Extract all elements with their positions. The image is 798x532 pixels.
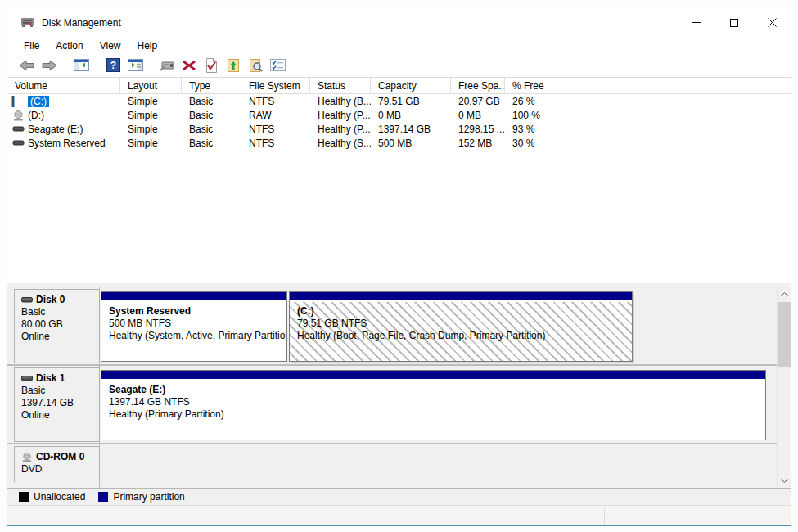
column-header-free-space[interactable]: Free Spa... <box>451 78 505 93</box>
partition-title: System Reserved <box>109 305 279 318</box>
menu-view[interactable]: View <box>92 38 129 53</box>
maximize-button[interactable] <box>715 7 753 38</box>
back-button[interactable] <box>17 56 37 75</box>
volume-status: Healthy (P... <box>310 124 371 135</box>
volume-layout: Simple <box>120 138 182 149</box>
column-header-layout[interactable]: Layout <box>120 78 182 93</box>
legend-primary-partition-label: Primary partition <box>113 491 184 503</box>
column-header-filler <box>575 78 791 93</box>
scroll-up-button[interactable] <box>778 287 791 301</box>
volume-pct-free: 26 % <box>505 96 575 107</box>
scrollbar-thumb[interactable] <box>778 302 791 367</box>
disk-name: Disk 0 <box>36 294 65 306</box>
window-title: Disk Management <box>42 17 121 29</box>
volume-name[interactable]: (C:) <box>28 96 49 107</box>
partition-title: (C:) <box>297 305 624 318</box>
show-console-tree-button[interactable] <box>71 56 91 75</box>
volume-layout: Simple <box>120 96 182 107</box>
open-button[interactable] <box>223 56 243 75</box>
screenshot: Disk Management File Action View Help <box>0 0 798 532</box>
folder-magnifier-icon <box>249 58 263 73</box>
status-bar <box>7 505 791 525</box>
disk-management-window: Disk Management File Action View Help <box>7 7 791 526</box>
forward-button[interactable] <box>39 56 59 75</box>
hard-disk-icon <box>12 138 25 148</box>
volume-row-system-reserved[interactable]: System Reserved Simple Basic NTFS Health… <box>7 136 791 150</box>
primary-partition-swatch <box>98 492 108 502</box>
partition-size: 500 MB NTFS <box>109 318 279 330</box>
legend-unallocated-label: Unallocated <box>34 491 85 503</box>
disk0-row: Disk 0 Basic 80.00 GB Online System Rese… <box>7 287 791 366</box>
svg-text:?: ? <box>110 60 115 71</box>
disk-status: Online <box>21 331 99 343</box>
delete-volume-button[interactable] <box>179 56 199 75</box>
volume-layout: Simple <box>120 124 182 135</box>
chevron-down-icon <box>781 479 788 483</box>
cdrom0-label[interactable]: CD-ROM 0 DVD <box>14 446 100 482</box>
cdrom0-row: CD-ROM 0 DVD <box>7 444 791 484</box>
column-header-type[interactable]: Type <box>182 78 241 93</box>
hard-disk-icon <box>21 375 33 382</box>
disk-device-icon <box>159 59 175 72</box>
back-arrow-icon <box>19 60 35 71</box>
scroll-down-button[interactable] <box>778 474 791 488</box>
menu-action[interactable]: Action <box>47 38 91 53</box>
volume-row-d[interactable]: (D:) Simple Basic RAW Healthy (P... 0 MB… <box>7 108 791 122</box>
disk0-label[interactable]: Disk 0 Basic 80.00 GB Online <box>14 289 100 363</box>
partition-title: Seagate (E:) <box>109 384 758 396</box>
column-header-pct-free[interactable]: % Free <box>505 78 575 93</box>
partition-seagate-e[interactable]: Seagate (E:) 1397.14 GB NTFS Healthy (Pr… <box>101 370 766 440</box>
volume-pct-free: 100 % <box>505 110 575 121</box>
minimize-button[interactable] <box>678 7 715 38</box>
volume-type: Basic <box>182 124 241 135</box>
checklist-icon <box>270 59 286 71</box>
partition-c-selected[interactable]: (C:) 79.51 GB NTFS Healthy (Boot, Page F… <box>289 291 633 362</box>
disk-size: 1397.14 GB <box>21 397 99 409</box>
menu-file[interactable]: File <box>16 38 47 53</box>
volume-list-header: Volume Layout Type File System Status Ca… <box>7 78 791 94</box>
toolbar-separator <box>97 57 97 74</box>
column-header-status[interactable]: Status <box>310 78 371 93</box>
partition-size: 1397.14 GB NTFS <box>109 396 758 408</box>
volume-row-c[interactable]: (C:) Simple Basic NTFS Healthy (B... 79.… <box>7 94 791 108</box>
partition-system-reserved[interactable]: System Reserved 500 MB NTFS Healthy (Sys… <box>101 291 287 362</box>
volume-name[interactable]: (D:) <box>28 110 44 121</box>
volume-pct-free: 93 % <box>505 124 575 135</box>
menu-help[interactable]: Help <box>129 38 166 53</box>
disk-name: CD-ROM 0 <box>36 451 84 463</box>
volume-row-e[interactable]: Seagate (E:) Simple Basic NTFS Healthy (… <box>7 122 791 136</box>
volume-pct-free: 30 % <box>505 138 575 149</box>
volume-name[interactable]: System Reserved <box>28 138 106 149</box>
mark-partition-active-button[interactable] <box>201 56 221 75</box>
column-header-volume[interactable]: Volume <box>7 78 120 93</box>
column-header-capacity[interactable]: Capacity <box>371 78 451 93</box>
app-icon <box>20 17 34 28</box>
toolbar-separator <box>151 57 151 74</box>
toolbar: ? <box>7 53 791 78</box>
explore-button[interactable] <box>246 56 265 75</box>
close-button[interactable] <box>753 7 791 38</box>
disk-device-button[interactable] <box>157 56 177 75</box>
volume-layout: Simple <box>120 110 182 121</box>
chevron-up-icon <box>781 292 788 296</box>
volume-status: Healthy (B... <box>310 96 371 107</box>
column-header-file-system[interactable]: File System <box>241 78 310 93</box>
volume-type: Basic <box>182 96 241 107</box>
unallocated-swatch <box>19 492 29 502</box>
minimize-icon <box>692 22 701 23</box>
volume-fs: RAW <box>241 110 310 121</box>
help-button[interactable]: ? <box>103 56 123 75</box>
volume-name[interactable]: Seagate (E:) <box>28 124 83 135</box>
vertical-scrollbar[interactable] <box>777 287 791 488</box>
disk-kind: Basic <box>21 385 99 397</box>
volume-capacity: 0 MB <box>371 110 451 121</box>
disk1-row: Disk 1 Basic 1397.14 GB Online Seagate (… <box>7 366 791 444</box>
hard-disk-icon <box>12 124 25 134</box>
disk-kind: Basic <box>21 306 99 318</box>
show-action-pane-button[interactable] <box>125 56 145 75</box>
toolbar-separator <box>65 57 65 74</box>
legend-bar: Unallocated Primary partition <box>7 488 791 505</box>
disk1-label[interactable]: Disk 1 Basic 1397.14 GB Online <box>14 367 100 442</box>
partition-hatched-icon <box>12 97 25 106</box>
properties-list-button[interactable] <box>268 56 287 75</box>
